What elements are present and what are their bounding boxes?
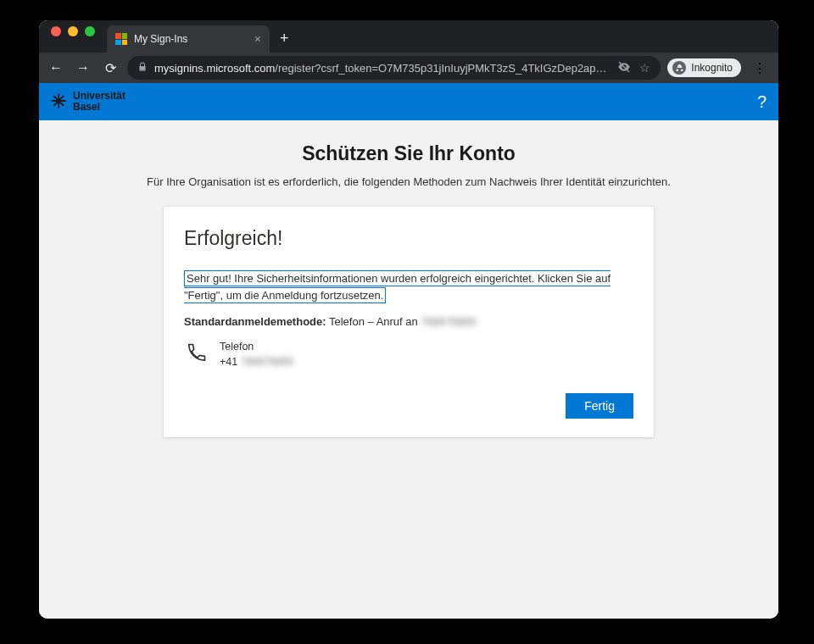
url-text: mysignins.microsoft.com/register?csrf_to… xyxy=(154,62,610,75)
incognito-icon xyxy=(672,61,686,75)
forward-button[interactable]: → xyxy=(73,58,93,78)
tab-title: My Sign-Ins xyxy=(134,33,248,45)
minimize-window-button[interactable] xyxy=(68,26,78,36)
eye-off-icon[interactable] xyxy=(617,60,631,76)
method-title: Telefon xyxy=(220,340,293,355)
app-header: ✳ Universität Basel ? xyxy=(39,83,778,120)
default-method-label: Standardanmeldemethode: xyxy=(184,315,326,328)
window-controls xyxy=(39,26,95,47)
address-bar[interactable]: mysignins.microsoft.com/register?csrf_to… xyxy=(127,56,661,80)
method-row: Telefon +41 788676865 xyxy=(184,340,633,369)
incognito-label: Inkognito xyxy=(691,62,733,74)
titlebar: My Sign-Ins × + xyxy=(39,20,778,53)
success-message: Sehr gut! Ihre Sicherheitsinformationen … xyxy=(184,270,610,303)
default-method-value: Telefon – Anruf an xyxy=(329,315,421,328)
page-content: Schützen Sie Ihr Konto Für Ihre Organisa… xyxy=(39,120,778,437)
browser-toolbar: ← → ⟳ mysignins.microsoft.com/register?c… xyxy=(39,53,778,83)
org-logo-icon: ✳ xyxy=(51,91,66,113)
incognito-badge[interactable]: Inkognito xyxy=(667,58,741,77)
browser-tab[interactable]: My Sign-Ins × xyxy=(107,25,270,53)
method-text: Telefon +41 788676865 xyxy=(220,340,293,369)
org-logo[interactable]: ✳ Universität Basel xyxy=(51,91,125,113)
masked-number: 788676865 xyxy=(421,315,476,328)
method-prefix: +41 xyxy=(220,356,241,368)
close-window-button[interactable] xyxy=(51,26,61,36)
success-card: Erfolgreich! Sehr gut! Ihre Sicherheitsi… xyxy=(164,207,654,437)
button-row: Fertig xyxy=(184,393,633,419)
card-title: Erfolgreich! xyxy=(184,227,633,250)
browser-menu-button[interactable]: ⋮ xyxy=(748,60,772,76)
browser-window: My Sign-Ins × + ← → ⟳ mysignins.microsof… xyxy=(39,20,778,619)
new-tab-button[interactable]: + xyxy=(270,30,299,53)
reload-button[interactable]: ⟳ xyxy=(100,58,120,78)
lock-icon xyxy=(137,62,148,75)
microsoft-logo-icon xyxy=(115,33,127,45)
method-masked: 788676865 xyxy=(241,356,294,368)
maximize-window-button[interactable] xyxy=(85,26,95,36)
done-button[interactable]: Fertig xyxy=(566,393,633,419)
page-viewport: ✳ Universität Basel ? Schützen Sie Ihr K… xyxy=(39,83,778,619)
star-icon[interactable]: ☆ xyxy=(639,61,650,75)
default-method-line: Standardanmeldemethode: Telefon – Anruf … xyxy=(184,315,633,328)
page-title: Schützen Sie Ihr Konto xyxy=(302,142,516,165)
phone-icon xyxy=(184,341,208,369)
org-name: Universität Basel xyxy=(73,91,125,112)
close-tab-icon[interactable]: × xyxy=(254,32,261,46)
back-button[interactable]: ← xyxy=(46,58,66,78)
help-icon[interactable]: ? xyxy=(757,92,767,112)
page-subtitle: Für Ihre Organisation ist es erforderlic… xyxy=(147,175,671,188)
